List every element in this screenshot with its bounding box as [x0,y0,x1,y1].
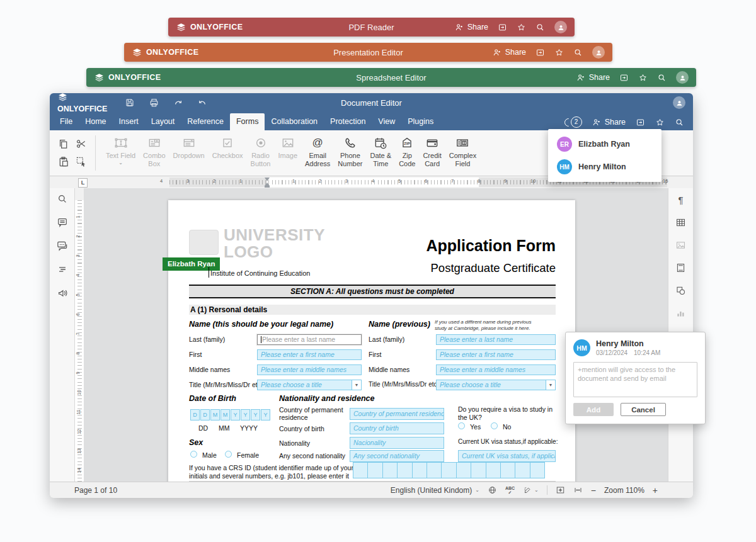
document-language-globe-icon[interactable] [488,485,497,495]
credit-card-button[interactable]: Credit Card [419,135,445,169]
search-icon[interactable] [573,48,583,57]
tab-layout[interactable]: Layout [145,113,181,130]
favorite-star-icon[interactable] [655,118,665,127]
prev-first-name-field[interactable]: Please enter a first name [436,349,556,360]
search-icon[interactable] [657,73,667,82]
fit-page-icon[interactable] [556,485,565,495]
tab-reference[interactable]: Reference [181,113,230,130]
permanent-residence-field[interactable]: Country of permanent residence [350,408,444,420]
share-button[interactable]: Share [592,118,626,127]
header-footer-settings-icon[interactable] [675,263,686,273]
dob-comb-field[interactable]: DDMMYYYY [190,408,271,421]
chevron-down-icon: ⌄ [475,487,479,493]
editor-menubar: File Home Insert Layout Reference Forms … [50,112,693,130]
dropdown-button[interactable]: Dropdown [169,135,209,161]
chat-icon[interactable] [56,240,68,252]
tab-home[interactable]: Home [79,113,112,130]
open-file-location-icon[interactable] [636,118,645,127]
user-list-item[interactable]: HM Henry Milton [548,155,662,178]
fit-width-icon[interactable] [573,485,583,495]
first-name-field[interactable]: Please enter a first name [257,349,362,360]
track-changes-button[interactable]: ⌄ [523,485,539,495]
favorite-star-icon[interactable] [554,48,564,57]
last-name-field[interactable]: Please enter a last name [257,334,362,345]
visa-no-radio[interactable] [491,422,498,429]
image-settings-icon[interactable] [675,240,686,251]
avatar[interactable] [554,21,567,33]
visa-yes-radio[interactable] [458,422,465,429]
university-logo-placeholder[interactable] [189,230,219,255]
active-users-badge[interactable]: 2 [563,116,582,128]
tab-collaboration[interactable]: Collaboration [265,113,324,130]
nationality-field[interactable]: Nacionality [350,437,444,449]
favorite-star-icon[interactable] [638,73,648,82]
second-nationality-field[interactable]: Any second nationality [350,450,444,462]
zip-code-button[interactable]: ZIP Zip Code [395,135,419,169]
share-button[interactable]: Share [455,23,488,32]
radio-label: Yes [470,423,481,431]
prev-title-dropdown-field[interactable]: Please choose a title▼ [436,380,556,390]
select-button[interactable] [72,153,89,169]
email-address-button[interactable]: @ Email Address [301,135,334,169]
tab-forms[interactable]: Forms [230,113,265,130]
tab-protection[interactable]: Protection [324,113,372,130]
dob-mm-label: MM [219,424,230,432]
chart-settings-icon[interactable] [675,308,686,319]
paste-button[interactable] [55,153,71,169]
prev-middle-names-field[interactable]: Please enter a middle names [436,364,556,375]
spellcheck-icon[interactable]: ABC✓ [505,486,515,495]
date-time-button[interactable]: Date & Time [366,135,395,169]
favorite-star-icon[interactable] [517,23,526,32]
first-line-indent-marker[interactable] [265,178,270,181]
shape-settings-icon[interactable] [675,285,686,296]
radio-button-button[interactable]: Radio Button [247,135,275,169]
avatar[interactable] [676,71,689,84]
sex-female-radio[interactable] [225,451,232,458]
cancel-comment-button[interactable]: Cancel [621,403,666,416]
country-of-birth-field[interactable]: Country of birth [350,422,444,434]
cut-button[interactable] [72,135,89,152]
tab-view[interactable]: View [372,113,401,130]
search-icon[interactable] [57,193,68,205]
dropdown-arrow-icon[interactable]: ▼ [546,380,555,390]
zoom-in-button[interactable]: + [653,485,658,495]
share-button[interactable]: Share [493,48,526,57]
crs-comb-field[interactable] [353,462,545,478]
feedback-megaphone-icon[interactable] [57,287,68,298]
zoom-out-button[interactable]: − [591,485,596,495]
tab-insert[interactable]: Insert [113,113,145,130]
language-selector[interactable]: English (United Kindom)⌄ [391,486,479,495]
share-button[interactable]: Share [576,73,610,82]
image-button[interactable]: Image [274,135,301,161]
title-dropdown-field[interactable]: Please choose a title▼ [257,380,362,390]
navigation-headings-icon[interactable] [57,264,68,275]
prev-last-name-field[interactable]: Please enter a last name [436,334,556,345]
open-file-location-icon[interactable] [619,73,629,82]
avatar[interactable] [673,96,685,109]
combo-box-button[interactable]: Combo Box [139,135,169,169]
tab-stop-selector[interactable]: L [78,178,88,188]
tab-file[interactable]: File [54,113,79,130]
tab-plugins[interactable]: Plugins [401,113,440,130]
copy-button[interactable] [55,135,71,152]
comment-input[interactable]: +mention will give access to the documen… [573,362,697,397]
phone-number-button[interactable]: Phone Number [334,135,366,169]
visa-status-field[interactable]: Current UK visa status, if applicable [458,450,556,462]
table-settings-icon[interactable] [675,217,686,228]
paragraph-settings-icon[interactable]: ¶ [678,195,683,205]
open-file-location-icon[interactable] [536,48,545,57]
sex-male-radio[interactable] [190,451,197,458]
add-comment-button[interactable]: Add [573,403,614,416]
search-icon[interactable] [675,118,684,127]
checkbox-button[interactable]: Checkbox [209,135,247,161]
middle-names-field[interactable]: Please enter a middle names [257,364,362,375]
user-list-item[interactable]: ER Elizbath Ryan [548,133,662,155]
text-field-button[interactable]: Text Field⌄ [102,135,139,166]
search-icon[interactable] [536,23,545,32]
dropdown-arrow-icon[interactable]: ▼ [352,380,361,390]
complex-field-button[interactable]: Complex Field [445,135,480,169]
comments-icon[interactable] [57,217,68,228]
open-file-location-icon[interactable] [498,23,507,32]
left-indent-marker[interactable] [265,186,270,188]
avatar[interactable] [592,46,605,59]
